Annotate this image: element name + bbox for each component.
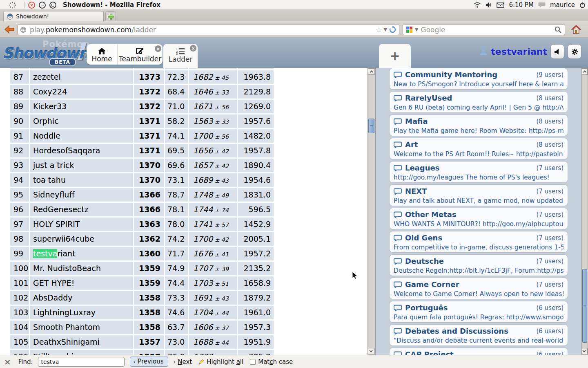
power-icon[interactable] [579, 2, 586, 8]
find-next-button[interactable]: › Next [174, 358, 192, 366]
wifi-icon[interactable] [474, 2, 481, 8]
page-scrollbar[interactable]: ≡ [581, 68, 588, 355]
new-tab-button[interactable] [105, 11, 116, 21]
software-updater-icon[interactable] [9, 2, 16, 9]
username-cell[interactable]: Orphic [30, 114, 133, 128]
tab-teambuilder[interactable]: Teambuilder × [118, 44, 163, 65]
scroll-up-button[interactable] [368, 68, 375, 75]
username-cell[interactable]: Coxy224 [30, 85, 133, 99]
window-maximize-button[interactable] [49, 2, 56, 9]
room-card[interactable]: Old Gens(7 users)From competitive to in-… [389, 231, 568, 253]
room-card[interactable]: Game Corner(7 users)Welcome to Game Corn… [389, 278, 568, 299]
search-bar[interactable]: ▼ Google [403, 24, 565, 35]
table-cell [134, 68, 164, 69]
chat-bubble-icon[interactable] [538, 2, 546, 8]
google-logo-icon[interactable] [406, 27, 412, 33]
sound-button[interactable] [550, 44, 564, 59]
settings-gear-button[interactable] [568, 44, 581, 59]
highlight-all-button[interactable]: Highlight all [198, 358, 243, 366]
clock[interactable]: 6:10 PM [509, 1, 533, 9]
bookmark-star-icon[interactable]: ☆ [376, 26, 382, 34]
ladder-scrollbar[interactable]: ≡ [368, 68, 375, 355]
home-button[interactable] [569, 24, 583, 35]
username-cell[interactable]: HordesofSaqqara [30, 144, 133, 157]
window-close-button[interactable]: × [28, 2, 35, 9]
username-cell[interactable]: HOLY SPIRIT [30, 218, 133, 231]
gxe-cell: 74.2 [165, 232, 188, 246]
coil-cell: 1831.0 [238, 188, 274, 202]
scrollbar-thumb[interactable]: ≡ [582, 269, 587, 343]
session-user[interactable]: maurice [550, 1, 575, 9]
chat-room-icon [394, 211, 402, 218]
room-card-header: Mafia(8 users) [394, 116, 564, 126]
room-card[interactable]: Mafia(8 users)Play the Mafia game here! … [389, 114, 568, 136]
back-button[interactable] [3, 24, 16, 35]
window-minimize-button[interactable]: − [39, 2, 46, 9]
elo-cell: 1362 [134, 232, 164, 246]
find-label: Find: [18, 358, 33, 366]
mouse-cursor [352, 272, 358, 280]
room-card-header: Art(8 users) [394, 139, 564, 150]
scroll-down-button[interactable] [582, 348, 588, 355]
username-cell[interactable]: Sidneyfluff [30, 188, 133, 202]
find-close-icon[interactable]: × [4, 358, 11, 366]
volume-icon[interactable] [486, 2, 492, 8]
username-cell[interactable]: toa tahu [30, 173, 133, 187]
username-cell[interactable]: Smooth Phantom [30, 321, 133, 334]
add-room-tab[interactable]: + [379, 44, 411, 68]
room-card[interactable]: Português(6 users)Para quem fala portugu… [389, 301, 568, 323]
tab-ladder[interactable]: 123 Ladder × [163, 44, 198, 68]
username-cell[interactable]: Noddle [30, 129, 133, 143]
username-cell[interactable]: LightningLuxray [30, 306, 133, 319]
tab-home[interactable]: Home [87, 44, 118, 65]
elo-cell: 1358 [134, 306, 164, 319]
username-cell[interactable]: zezetel [30, 70, 133, 84]
close-ladder-icon[interactable]: × [190, 45, 196, 52]
scrollbar-thumb[interactable]: ≡ [368, 119, 374, 133]
glicko-cell: 1744 ± 74 [189, 203, 237, 216]
username-cell[interactable]: superwii64cube [30, 232, 133, 246]
browser-tab-showdown[interactable]: Showdown! [3, 11, 104, 21]
find-input[interactable] [38, 357, 125, 367]
room-title: Art [405, 140, 418, 149]
coil-cell: 725.2 [238, 350, 274, 355]
room-card[interactable]: NEXT(7 users)Play and talk about NEXT, a… [389, 184, 568, 206]
room-card[interactable]: Deutsche(7 users)Deutsche Regeln:http://… [389, 254, 568, 276]
username-cell[interactable]: DeathxShinigami [30, 335, 133, 349]
room-card[interactable]: Leagues(7 users)http://goo.my/leagues Th… [389, 161, 568, 183]
scroll-down-button[interactable] [368, 348, 375, 355]
rank-cell: 98 [10, 232, 29, 246]
search-input[interactable]: Google [421, 26, 552, 34]
username-cell[interactable]: testvariant [30, 247, 133, 260]
url-dropdown-icon[interactable]: ▼ [384, 27, 387, 32]
room-card[interactable]: Debates and Discussions(6 users)"Discuss… [389, 324, 568, 346]
magnifier-icon[interactable] [555, 26, 561, 33]
username-cell[interactable]: just a trick [30, 159, 133, 172]
coil-cell: 2005.1 [238, 232, 274, 246]
match-case-checkbox[interactable] [250, 359, 256, 365]
mail-icon[interactable] [497, 2, 504, 8]
username[interactable]: testvariant [491, 47, 547, 57]
username-cell[interactable]: GET HYPE! [30, 276, 133, 290]
username-cell[interactable]: StillLaughing [30, 350, 133, 355]
url-bar[interactable]: play.pokemonshowdown.com/ladder ☆ ▼ [17, 24, 399, 35]
search-engine-dropdown-icon[interactable]: ▼ [415, 27, 418, 32]
username-cell[interactable]: AbsDaddy [30, 291, 133, 305]
screen: × − Showdown! - Mozilla Firefox 6:10 PM [0, 0, 588, 368]
username-cell[interactable]: Kicker33 [30, 100, 133, 113]
tab-home-label: Home [91, 55, 112, 63]
room-card[interactable]: Community Mentoring(9 users)New to PS/Sm… [389, 68, 568, 90]
scroll-up-button[interactable] [582, 68, 588, 75]
username-cell[interactable]: Mr. NudistoBeach [30, 262, 133, 275]
room-card[interactable]: Other Metas(7 users)WHO WANTS A MINITOUR… [389, 208, 568, 229]
room-card[interactable]: CAP Project(6 users) [389, 348, 568, 355]
ladder-row: 94toa tahu137073.11689 ± 431954.6 [10, 173, 274, 187]
room-card[interactable]: RarelyUsed(8 users)Gen 6 RU (beta) comin… [389, 91, 568, 113]
find-previous-button[interactable]: ‹ Previous [130, 357, 168, 367]
close-teambuilder-icon[interactable]: × [155, 45, 161, 52]
rank-cell: 104 [10, 321, 29, 334]
room-card[interactable]: Art(8 users)Welcome to the PS Art Room!!… [389, 138, 568, 159]
reload-icon[interactable] [389, 26, 396, 34]
username-cell[interactable]: RedGenesectz [30, 203, 133, 216]
gxe-cell: 73.0 [165, 335, 188, 349]
